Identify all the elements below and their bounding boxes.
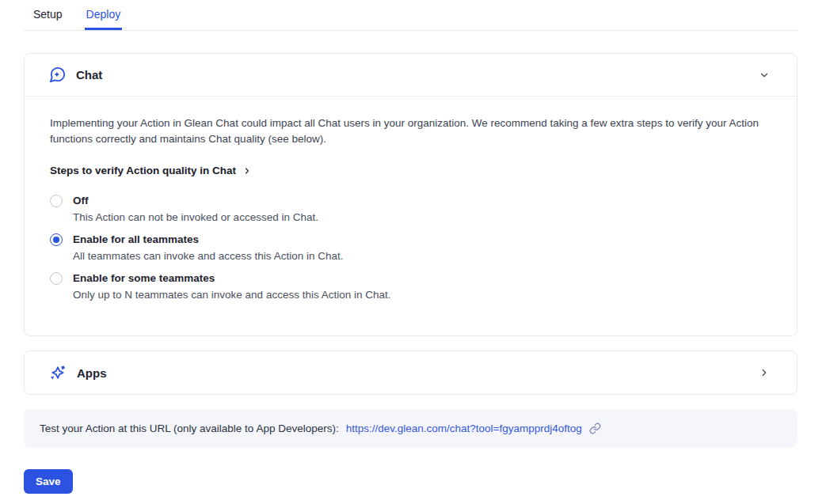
radio-option-text: Enable for all teammates All teammates c… (73, 233, 343, 263)
radio-option-label: Enable for some teammates (73, 271, 390, 285)
radio-button[interactable] (50, 272, 63, 285)
radio-option-text: Off This Action can not be invoked or ac… (73, 194, 318, 224)
radio-option-text: Enable for some teammates Only up to N t… (73, 271, 390, 301)
chat-section-header[interactable]: Chat (25, 54, 797, 96)
apps-sparkle-diamond-icon (48, 363, 67, 382)
chat-sparkle-bubble-icon (48, 66, 67, 84)
radio-button[interactable] (50, 195, 63, 207)
radio-button[interactable] (50, 233, 63, 246)
radio-option-label: Enable for all teammates (73, 233, 343, 246)
chevron-down-icon[interactable] (759, 70, 770, 81)
radio-option-description: Only up to N teammates can invoke and ac… (73, 288, 390, 301)
tab-bar: Setup Deploy (24, 6, 797, 31)
chevron-right-icon (242, 166, 252, 176)
radio-option-description: This Action can not be invoked or access… (73, 210, 318, 224)
radio-option-label: Off (73, 194, 318, 207)
test-url-bar: Test your Action at this URL (only avail… (24, 409, 797, 448)
apps-section-title: Apps (77, 366, 107, 380)
chevron-right-icon[interactable] (759, 367, 770, 378)
radio-option-enable-some[interactable]: Enable for some teammates Only up to N t… (50, 271, 771, 301)
tab-deploy[interactable]: Deploy (85, 6, 123, 30)
tab-setup[interactable]: Setup (32, 6, 64, 30)
steps-link-label: Steps to verify Action quality in Chat (50, 165, 236, 176)
chat-section-title: Chat (76, 68, 102, 81)
apps-section-card: Apps (24, 351, 797, 395)
test-url-label: Test your Action at this URL (only avail… (40, 423, 339, 434)
chat-section-body: Implementing your Action in Glean Chat c… (25, 97, 797, 335)
chat-section-card: Chat Implementing your Action in Glean C… (24, 53, 797, 336)
test-url-link[interactable]: https://dev.glean.com/chat?tool=fgyamppr… (346, 423, 582, 434)
radio-option-enable-all[interactable]: Enable for all teammates All teammates c… (50, 233, 771, 263)
save-button[interactable]: Save (24, 469, 73, 494)
apps-section-header[interactable]: Apps (25, 351, 797, 394)
link-chain-icon[interactable] (589, 423, 601, 434)
chat-impact-description: Implementing your Action in Glean Chat c… (50, 116, 771, 147)
radio-option-off[interactable]: Off This Action can not be invoked or ac… (50, 194, 771, 224)
steps-to-verify-link[interactable]: Steps to verify Action quality in Chat (50, 165, 252, 176)
radio-option-description: All teammates can invoke and access this… (73, 249, 343, 263)
